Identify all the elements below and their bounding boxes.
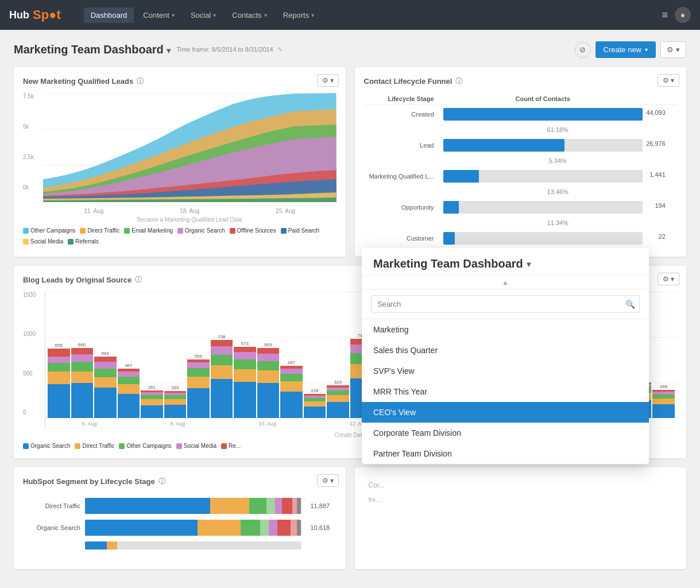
dropdown-item-sales[interactable]: Sales this Quarter [362, 340, 649, 361]
blog-options: ⚙ ▾ [658, 273, 679, 285]
nav-dashboard[interactable]: Dashboard [84, 7, 134, 23]
funnel-options: ⚙ ▾ [658, 74, 679, 87]
mql-card: New Marketing Qualified Leads ⓘ ⚙ ▾ 7.5k… [14, 67, 346, 257]
nav-content[interactable]: Content ▾ [136, 7, 181, 23]
user-icon[interactable]: ● [675, 7, 691, 23]
funnel-gear-button[interactable]: ⚙ ▾ [658, 74, 679, 87]
disable-button[interactable]: ⊘ [575, 42, 591, 58]
dropdown-header: Marketing Team Dashboard ▾ [362, 248, 649, 276]
blog-gear-caret: ▾ [671, 275, 674, 283]
segment-gear-button[interactable]: ⚙ ▾ [317, 474, 339, 487]
logo-hub: Hub [9, 9, 29, 21]
email-marketing-color [124, 228, 130, 234]
mql-y-labels: 7.5k 5k 2.5k 0k [23, 93, 40, 191]
blog-gear-button[interactable]: ⚙ ▾ [658, 273, 679, 285]
title-area: Marketing Team Dashboard ▾ Time frame: 8… [14, 43, 283, 56]
bar-group-4: 467 [118, 363, 140, 418]
legend-email-marketing: Email Marketing [124, 227, 173, 234]
dropdown-search-area: 🔍 [362, 289, 649, 319]
lc-other [23, 541, 337, 550]
bar-group-12: 228 [304, 388, 326, 418]
navbar-right: ≡ ● [662, 7, 691, 23]
mql-svg [43, 93, 337, 202]
menu-icon[interactable]: ≡ [662, 9, 668, 21]
legend-offline-sources: Offline Sources [230, 227, 276, 234]
legend-social-media: Social Media [23, 238, 63, 245]
dropdown-collapse-arrow[interactable]: ▲ [362, 276, 649, 289]
social-media-color [23, 239, 29, 245]
funnel-row-lead: Lead 26,976 [364, 136, 678, 154]
bar-group-11: 497 [280, 360, 303, 418]
bar-group-1: 658 [48, 343, 70, 418]
segment-options: ⚙ ▾ [317, 474, 339, 487]
segment-info-icon[interactable]: ⓘ [158, 477, 165, 486]
legend-blog-social: Social Media [176, 443, 216, 449]
page-settings-button[interactable]: ⚙ ▾ [660, 41, 686, 58]
bar-group-9: 673 [234, 341, 256, 418]
funnel-card: Contact Lifecycle Funnel ⓘ ⚙ ▾ Lifecycle… [355, 67, 687, 257]
partial-card: Cor... fre... [355, 467, 687, 569]
funnel-pct-lead: 5.34% [364, 154, 678, 167]
mql-options: ⚙ ▾ [317, 74, 339, 87]
legend-referrals: Referrals [68, 238, 99, 245]
funnel-pct-opportunity: 11.34% [364, 216, 678, 229]
dropdown-item-partner[interactable]: Partner Team Division [362, 443, 649, 464]
create-caret: ▾ [645, 47, 648, 53]
logo[interactable]: HubSp●t [9, 7, 61, 22]
legend-organic-search: Organic Search [177, 227, 225, 234]
top-cards-row: New Marketing Qualified Leads ⓘ ⚙ ▾ 7.5k… [14, 67, 686, 257]
funnel-table: Lifecycle Stage Count of Contacts Create… [364, 93, 678, 247]
funnel-row-mql: Marketing Qualified L... 1,441 [364, 167, 678, 185]
blog-y-labels: 1500 1000 500 0 [23, 292, 45, 430]
bar-group-8: 738 [211, 334, 233, 418]
customer-bar [443, 232, 455, 245]
blog-info-icon[interactable]: ⓘ [135, 275, 142, 285]
content-caret: ▾ [172, 12, 175, 18]
funnel-info-icon[interactable]: ⓘ [455, 76, 462, 86]
page-title[interactable]: Marketing Team Dashboard ▾ [14, 43, 171, 56]
mql-title: New Marketing Qualified Leads ⓘ [23, 76, 337, 86]
contacts-caret: ▾ [264, 12, 267, 18]
contact-count-header: Count of Contacts [439, 93, 647, 105]
legend-blog-direct: Direct Traffic [75, 443, 114, 449]
nav-reports[interactable]: Reports ▾ [276, 7, 322, 23]
dropdown-list: Marketing Sales this Quarter SVP's View … [362, 319, 649, 464]
funnel-row-created: Created 44,093 [364, 105, 678, 124]
funnel-gear-caret: ▾ [671, 76, 674, 84]
title-caret: ▾ [167, 46, 171, 55]
mql-x-labels: 11. Aug 18. Aug 25. Aug [43, 208, 337, 214]
mql-legend: Other Campaigns Direct Traffic Email Mar… [23, 227, 337, 245]
funnel-row-opportunity: Opportunity 194 [364, 198, 678, 216]
mql-info-icon[interactable]: ⓘ [137, 76, 144, 86]
dropdown-item-ceo[interactable]: CEO's View [362, 402, 649, 423]
bar-group-27: 266 [652, 384, 675, 418]
opportunity-bar [443, 201, 459, 214]
dropdown-item-svp[interactable]: SVP's View [362, 361, 649, 381]
nav-social[interactable]: Social ▾ [184, 7, 223, 23]
timeframe-label: Time frame: 8/5/2014 to 8/31/2014 ✎ [176, 46, 282, 53]
dashboard-search-input[interactable] [371, 295, 640, 313]
bar-group-5: 261 [141, 385, 163, 418]
legend-other-campaigns: Other Campaigns [23, 227, 75, 234]
organic-search-color [177, 228, 183, 234]
nav-contacts[interactable]: Contacts ▾ [225, 7, 273, 23]
segment-card: HubSpot Segment by Lifecycle Stage ⓘ ⚙ ▾… [14, 467, 346, 569]
referrals-color [68, 239, 74, 245]
dropdown-item-mrr[interactable]: MRR This Year [362, 381, 649, 402]
funnel-row-customer: Customer 22 [364, 229, 678, 247]
create-new-button[interactable]: Create new ▾ [595, 41, 656, 58]
count-value-header [647, 93, 677, 105]
header-actions: ⊘ Create new ▾ ⚙ ▾ [575, 41, 686, 58]
mql-gear-button[interactable]: ⚙ ▾ [317, 74, 339, 87]
legend-blog-organic: Organic Search [23, 443, 70, 449]
search-icon: 🔍 [625, 300, 635, 309]
dropdown-item-corporate[interactable]: Corporate Team Division [362, 423, 649, 443]
reports-caret: ▾ [311, 12, 314, 18]
edit-timeframe-icon[interactable]: ✎ [277, 46, 283, 53]
dropdown-header-caret: ▾ [527, 260, 531, 269]
settings-caret: ▾ [676, 45, 680, 54]
dropdown-item-marketing[interactable]: Marketing [362, 319, 649, 340]
legend-paid-search: Paid Search [281, 227, 319, 234]
legend-direct-traffic: Direct Traffic [80, 227, 119, 234]
mql-axis-label: Became a Marketing Qualified Lead Date [43, 216, 337, 223]
